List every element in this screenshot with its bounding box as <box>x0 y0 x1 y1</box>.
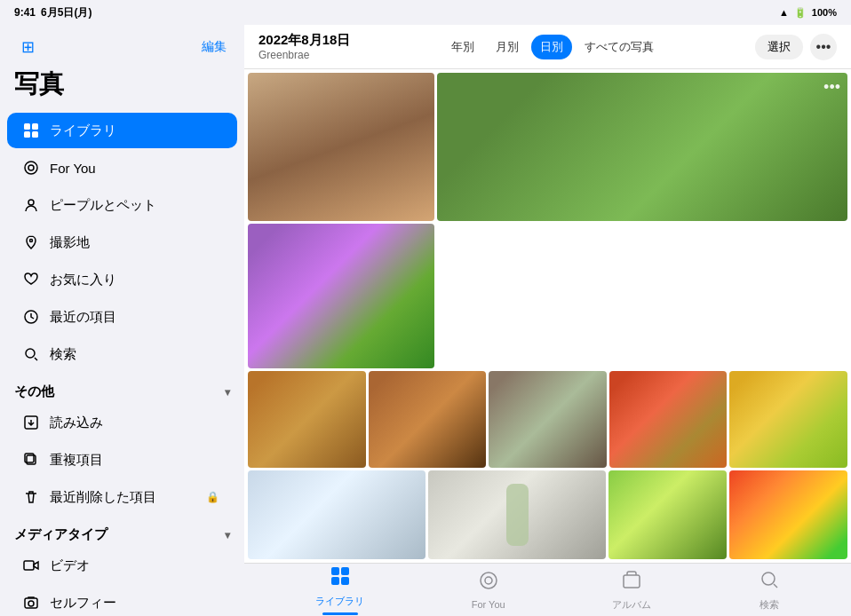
view-month-button[interactable]: 月別 <box>487 35 528 59</box>
svg-rect-0 <box>24 123 30 130</box>
photo-cell[interactable]: ••• <box>437 73 847 221</box>
photo-cell[interactable] <box>609 371 728 468</box>
sidebar-toggle-button[interactable]: ⊞ <box>14 34 41 60</box>
photo-cell[interactable] <box>248 470 426 559</box>
photo-cell[interactable] <box>248 371 366 468</box>
wifi-icon: ▲ <box>779 7 789 18</box>
tab-search-icon <box>759 569 780 596</box>
select-button[interactable]: 選択 <box>755 35 803 59</box>
for-you-icon <box>21 158 41 178</box>
svg-rect-3 <box>32 131 38 138</box>
tab-library[interactable]: ライブラリ <box>298 562 382 617</box>
tab-for-you-icon <box>478 570 499 596</box>
sidebar-item-video-label: ビデオ <box>50 557 90 574</box>
status-bar: 9:41 6月5日(月) ▲ 🔋 100% <box>0 0 851 25</box>
status-bar-right: ▲ 🔋 100% <box>779 7 837 19</box>
view-day-button[interactable]: 日別 <box>531 35 572 59</box>
sidebar-item-selfie[interactable]: セルフィー <box>7 585 237 616</box>
photo-cell[interactable] <box>608 470 727 559</box>
photo-cell[interactable] <box>248 73 434 221</box>
import-icon <box>21 413 41 432</box>
sidebar-item-recent[interactable]: 最近の項目 <box>7 299 237 335</box>
photo-cell[interactable] <box>428 470 606 559</box>
svg-point-5 <box>28 165 34 170</box>
photo-row-2 <box>248 224 847 368</box>
section-header-media-type[interactable]: メディアタイプ ▾ <box>0 516 244 547</box>
svg-rect-23 <box>341 577 349 585</box>
svg-rect-1 <box>32 123 38 130</box>
people-icon <box>21 195 41 215</box>
photo-cell[interactable] <box>729 371 847 468</box>
sidebar-item-video[interactable]: ビデオ <box>7 548 237 583</box>
sidebar-item-duplicates-label: 重複項目 <box>50 452 103 469</box>
svg-rect-13 <box>24 561 34 570</box>
photo-row-1: ••• <box>248 73 847 221</box>
tab-albums[interactable]: アルバム <box>594 565 669 615</box>
svg-point-9 <box>26 349 35 358</box>
sidebar-item-import[interactable]: 読み込み <box>7 405 237 440</box>
photo-cell[interactable] <box>248 224 434 368</box>
content-header-info: 2022年8月18日 Greenbrae <box>258 32 350 61</box>
photo-cell[interactable] <box>369 371 487 468</box>
sidebar-item-library-label: ライブラリ <box>50 122 116 139</box>
content-location: Greenbrae <box>258 49 350 61</box>
recent-icon <box>21 307 41 327</box>
search-icon <box>21 344 41 364</box>
photo-cell[interactable] <box>729 470 847 559</box>
photo-grid: ••• <box>244 69 851 563</box>
sidebar-item-recently-deleted-label: 最近削除した項目 <box>50 489 156 506</box>
sidebar-item-search-label: 検索 <box>50 346 76 363</box>
section-header-other[interactable]: その他 ▾ <box>0 373 244 404</box>
status-bar-left: 9:41 6月5日(月) <box>14 5 91 20</box>
sidebar-item-places[interactable]: 撮影地 <box>7 225 237 260</box>
more-button[interactable]: ••• <box>810 34 837 60</box>
main-container: ⊞ 編集 写真 ライブラリ <box>0 25 851 616</box>
sidebar-item-recently-deleted[interactable]: 最近削除した項目 🔒 <box>7 479 237 515</box>
chevron-down-icon: ▾ <box>225 386 230 399</box>
view-all-button[interactable]: すべての写真 <box>576 35 663 59</box>
sidebar-item-import-label: 読み込み <box>50 415 103 431</box>
selfie-icon <box>21 593 41 612</box>
tab-albums-icon <box>621 569 642 596</box>
svg-point-27 <box>762 573 775 585</box>
sidebar-item-people-pets[interactable]: ピープルとペット <box>7 187 237 223</box>
svg-point-7 <box>30 240 33 242</box>
photo-dots-icon: ••• <box>823 78 840 97</box>
favorites-icon <box>21 270 41 289</box>
tab-search-label: 検索 <box>760 598 779 612</box>
trash-icon <box>21 487 41 507</box>
sidebar-item-favorites-label: お気に入り <box>50 272 116 288</box>
tab-active-indicator <box>322 612 358 615</box>
edit-button[interactable]: 編集 <box>198 36 230 59</box>
svg-point-6 <box>28 200 34 205</box>
status-time: 9:41 <box>14 6 36 19</box>
duplicates-icon <box>21 450 41 470</box>
sidebar-item-favorites[interactable]: お気に入り <box>7 262 237 297</box>
sidebar-item-library[interactable]: ライブラリ <box>7 113 237 148</box>
library-icon <box>21 121 41 140</box>
photo-row-4 <box>248 470 847 559</box>
section-other-label: その他 <box>14 383 54 400</box>
video-icon <box>21 556 41 575</box>
sidebar-item-recent-label: 最近の項目 <box>50 309 116 326</box>
chevron-down-icon-2: ▾ <box>225 529 230 541</box>
section-media-type-label: メディアタイプ <box>14 526 107 543</box>
sidebar-item-duplicates[interactable]: 重複項目 <box>7 442 237 478</box>
view-year-button[interactable]: 年別 <box>442 35 483 59</box>
tab-albums-label: アルバム <box>612 598 651 612</box>
tab-for-you[interactable]: For You <box>454 566 523 613</box>
sidebar-toggle-icon: ⊞ <box>21 37 35 57</box>
svg-rect-2 <box>24 131 30 138</box>
photo-row-3 <box>248 371 847 468</box>
photo-cell[interactable] <box>489 371 607 468</box>
svg-point-25 <box>485 577 492 584</box>
tab-search[interactable]: 検索 <box>741 565 798 615</box>
content-area: 2022年8月18日 Greenbrae 年別 月別 日別 すべての写真 選択 … <box>244 25 851 616</box>
sidebar-item-for-you[interactable]: For You <box>7 150 237 186</box>
svg-rect-26 <box>624 575 640 588</box>
sidebar-item-selfie-label: セルフィー <box>50 595 116 612</box>
places-icon <box>21 233 41 252</box>
sidebar-title: 写真 <box>0 64 244 112</box>
tab-library-label: ライブラリ <box>315 595 364 608</box>
sidebar-item-search[interactable]: 検索 <box>7 336 237 372</box>
